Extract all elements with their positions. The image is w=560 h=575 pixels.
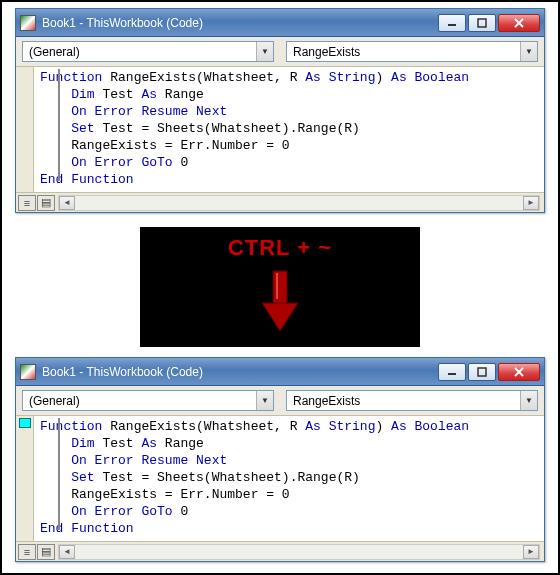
- horizontal-scrollbar[interactable]: ◄ ►: [58, 544, 540, 560]
- chevron-down-icon[interactable]: ▼: [520, 42, 537, 61]
- margin-indicator-bar[interactable]: [16, 416, 34, 541]
- code-pane: Function RangeExists(Whatsheet, R As Str…: [16, 416, 544, 541]
- excel-icon: [20, 364, 36, 380]
- procedure-dropdown-value: RangeExists: [293, 394, 360, 408]
- window-title: Book1 - ThisWorkbook (Code): [42, 16, 438, 30]
- window-title: Book1 - ThisWorkbook (Code): [42, 365, 438, 379]
- horizontal-scrollbar[interactable]: ◄ ►: [58, 195, 540, 211]
- code-window-before: Book1 - ThisWorkbook (Code) (General) ▼ …: [15, 8, 545, 213]
- object-dropdown-value: (General): [29, 394, 80, 408]
- bookmark-marker-icon[interactable]: [19, 418, 31, 428]
- scroll-right-icon[interactable]: ►: [523, 196, 539, 210]
- svg-rect-8: [478, 368, 486, 376]
- window-buttons: [438, 363, 540, 381]
- procedure-dropdown[interactable]: RangeExists ▼: [286, 390, 538, 411]
- code-editor[interactable]: Function RangeExists(Whatsheet, R As Str…: [34, 416, 544, 541]
- minimize-button[interactable]: [438, 363, 466, 381]
- procedure-separator: [58, 418, 60, 530]
- svg-rect-1: [478, 19, 486, 27]
- scroll-left-icon[interactable]: ◄: [59, 196, 75, 210]
- titlebar[interactable]: Book1 - ThisWorkbook (Code): [16, 9, 544, 37]
- bottom-bar: ≡ ▤ ◄ ►: [16, 541, 544, 561]
- maximize-button[interactable]: [468, 14, 496, 32]
- chevron-down-icon[interactable]: ▼: [256, 391, 273, 410]
- procedure-dropdown-value: RangeExists: [293, 45, 360, 59]
- code-window-after: Book1 - ThisWorkbook (Code) (General) ▼ …: [15, 357, 545, 562]
- code-pane: Function RangeExists(Whatsheet, R As Str…: [16, 67, 544, 192]
- full-module-view-button[interactable]: ▤: [37, 195, 55, 211]
- code-pane-toolbar: (General) ▼ RangeExists ▼: [16, 386, 544, 416]
- object-dropdown[interactable]: (General) ▼: [22, 41, 274, 62]
- minimize-button[interactable]: [438, 14, 466, 32]
- window-buttons: [438, 14, 540, 32]
- arrow-down-icon: [258, 269, 302, 335]
- chevron-down-icon[interactable]: ▼: [256, 42, 273, 61]
- scroll-right-icon[interactable]: ►: [523, 545, 539, 559]
- excel-icon: [20, 15, 36, 31]
- margin-indicator-bar[interactable]: [16, 67, 34, 192]
- close-button[interactable]: [498, 363, 540, 381]
- object-dropdown[interactable]: (General) ▼: [22, 390, 274, 411]
- full-module-view-button[interactable]: ▤: [37, 544, 55, 560]
- procedure-dropdown[interactable]: RangeExists ▼: [286, 41, 538, 62]
- svg-rect-4: [273, 271, 287, 305]
- procedure-separator: [58, 69, 60, 181]
- maximize-button[interactable]: [468, 363, 496, 381]
- close-button[interactable]: [498, 14, 540, 32]
- procedure-view-button[interactable]: ≡: [18, 195, 36, 211]
- object-dropdown-value: (General): [29, 45, 80, 59]
- titlebar[interactable]: Book1 - ThisWorkbook (Code): [16, 358, 544, 386]
- shortcut-label: CTRL + ~: [228, 235, 332, 261]
- shortcut-indicator: CTRL + ~: [8, 227, 552, 347]
- code-editor[interactable]: Function RangeExists(Whatsheet, R As Str…: [34, 67, 544, 192]
- scroll-left-icon[interactable]: ◄: [59, 545, 75, 559]
- svg-marker-5: [262, 303, 298, 331]
- procedure-view-button[interactable]: ≡: [18, 544, 36, 560]
- code-pane-toolbar: (General) ▼ RangeExists ▼: [16, 37, 544, 67]
- bottom-bar: ≡ ▤ ◄ ►: [16, 192, 544, 212]
- shortcut-box: CTRL + ~: [140, 227, 420, 347]
- chevron-down-icon[interactable]: ▼: [520, 391, 537, 410]
